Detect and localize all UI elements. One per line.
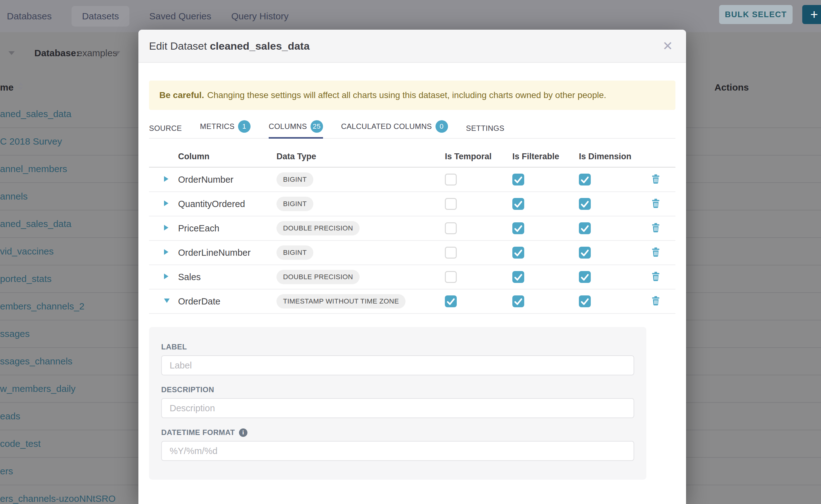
is-temporal-checkbox-unchecked[interactable] bbox=[445, 198, 457, 210]
label-field-label: LABEL bbox=[161, 343, 634, 351]
is-filterable-checkbox-checked[interactable] bbox=[512, 295, 524, 307]
nav-item-query-history[interactable]: Query History bbox=[231, 11, 288, 22]
dataset-link[interactable]: code_test bbox=[0, 438, 41, 449]
tab-source[interactable]: SOURCE bbox=[149, 124, 182, 138]
edit-dataset-modal: Edit Dataset cleaned_sales_data ✕ Be car… bbox=[138, 30, 686, 504]
dataset-link[interactable]: ported_stats bbox=[0, 274, 52, 284]
data-type-pill: BIGINT bbox=[276, 245, 313, 260]
add-dataset-button[interactable]: + bbox=[802, 5, 821, 24]
delete-column-trash-icon[interactable] bbox=[651, 174, 660, 184]
dataset-link[interactable]: ssages_channels bbox=[0, 356, 72, 367]
header-column: Column bbox=[178, 152, 276, 161]
name-column-header[interactable]: me bbox=[0, 79, 13, 96]
column-row: PriceEachDOUBLE PRECISION bbox=[149, 216, 675, 241]
close-icon[interactable]: ✕ bbox=[662, 40, 673, 52]
data-type-pill: BIGINT bbox=[276, 197, 313, 211]
columns-table-header: Column Data Type Is Temporal Is Filterab… bbox=[149, 146, 675, 168]
data-type-pill: DOUBLE PRECISION bbox=[276, 270, 359, 284]
delete-column-trash-icon[interactable] bbox=[651, 272, 660, 281]
data-type-pill: TIMESTAMP WITHOUT TIME ZONE bbox=[276, 294, 405, 309]
delete-column-trash-icon[interactable] bbox=[651, 199, 660, 208]
actions-column-header: Actions bbox=[715, 79, 749, 96]
header-is-filterable: Is Filterable bbox=[512, 152, 579, 161]
column-editor-panel: LABEL DESCRIPTION DATETIME FORMAT i bbox=[149, 327, 646, 480]
delete-column-trash-icon[interactable] bbox=[651, 223, 660, 233]
column-name: OrderLineNumber bbox=[178, 248, 276, 258]
dataset-link[interactable]: aned_sales_data bbox=[0, 219, 72, 229]
tab-metrics[interactable]: METRICS1 bbox=[200, 120, 250, 138]
nav-items: DatabasesDatasetsSaved QueriesQuery Hist… bbox=[0, 6, 309, 27]
is-dimension-checkbox-checked[interactable] bbox=[579, 174, 591, 185]
column-name: QuantityOrdered bbox=[178, 199, 276, 209]
bulk-select-button[interactable]: BULK SELECT bbox=[719, 5, 793, 24]
tab-count-badge: 25 bbox=[310, 120, 323, 133]
expand-caret-icon[interactable] bbox=[164, 249, 168, 255]
info-icon[interactable]: i bbox=[239, 428, 247, 437]
is-temporal-checkbox-unchecked[interactable] bbox=[445, 174, 457, 185]
is-filterable-checkbox-checked[interactable] bbox=[512, 271, 524, 283]
modal-header: Edit Dataset cleaned_sales_data ✕ bbox=[138, 30, 686, 63]
tab-columns[interactable]: COLUMNS25 bbox=[269, 120, 323, 139]
tab-label: COLUMNS bbox=[269, 122, 307, 131]
dataset-link[interactable]: C 2018 Survey bbox=[0, 136, 62, 147]
column-name: OrderNumber bbox=[178, 175, 276, 185]
chevron-down-icon[interactable] bbox=[114, 51, 120, 55]
delete-column-trash-icon[interactable] bbox=[651, 296, 660, 306]
nav-item-datasets[interactable]: Datasets bbox=[72, 6, 129, 27]
expand-caret-icon[interactable] bbox=[164, 274, 168, 279]
database-filter-label: Database: bbox=[34, 44, 79, 62]
is-filterable-checkbox-checked[interactable] bbox=[512, 198, 524, 210]
expand-caret-icon[interactable] bbox=[164, 200, 168, 206]
is-filterable-checkbox-checked[interactable] bbox=[512, 247, 524, 259]
dataset-link[interactable]: vid_vaccines bbox=[0, 246, 54, 257]
dataset-link[interactable]: ssages bbox=[0, 329, 30, 339]
tab-calculated-columns[interactable]: CALCULATED COLUMNS0 bbox=[341, 120, 448, 138]
tab-settings[interactable]: SETTINGS bbox=[466, 124, 505, 138]
is-dimension-checkbox-checked[interactable] bbox=[579, 271, 591, 283]
dataset-link[interactable]: annel_members bbox=[0, 164, 67, 174]
warning-bold: Be careful. bbox=[159, 90, 204, 100]
is-filterable-checkbox-checked[interactable] bbox=[512, 174, 524, 185]
dataset-link[interactable]: w_members_daily bbox=[0, 383, 76, 394]
column-name: Sales bbox=[178, 272, 276, 282]
is-temporal-checkbox-unchecked[interactable] bbox=[445, 222, 457, 234]
collapse-caret-icon[interactable] bbox=[164, 299, 170, 303]
warning-banner: Be careful. Changing these settings will… bbox=[149, 81, 675, 110]
dataset-link[interactable]: eads bbox=[0, 411, 20, 422]
is-temporal-checkbox-checked[interactable] bbox=[445, 295, 457, 307]
dataset-link[interactable]: aned_sales_data bbox=[0, 109, 72, 119]
modal-title: Edit Dataset cleaned_sales_data bbox=[149, 40, 309, 52]
nav-item-databases[interactable]: Databases bbox=[7, 11, 52, 22]
delete-column-trash-icon[interactable] bbox=[651, 247, 660, 257]
column-row: QuantityOrderedBIGINT bbox=[149, 192, 675, 216]
modal-tabs: SOURCEMETRICS1COLUMNS25CALCULATED COLUMN… bbox=[149, 118, 675, 139]
description-input[interactable] bbox=[161, 398, 634, 418]
label-field-label-text: LABEL bbox=[161, 343, 187, 351]
top-navbar: DatabasesDatasetsSaved QueriesQuery Hist… bbox=[0, 0, 821, 32]
is-temporal-checkbox-unchecked[interactable] bbox=[445, 271, 457, 283]
column-name: OrderDate bbox=[178, 296, 276, 307]
is-temporal-checkbox-unchecked[interactable] bbox=[445, 247, 457, 259]
is-dimension-checkbox-checked[interactable] bbox=[579, 247, 591, 259]
data-type-pill: BIGINT bbox=[276, 172, 313, 187]
label-input[interactable] bbox=[161, 355, 634, 375]
dataset-link[interactable]: ers_channels-uzooNNtSRO bbox=[0, 493, 116, 504]
is-dimension-checkbox-checked[interactable] bbox=[579, 222, 591, 234]
dataset-link[interactable]: embers_channels_2 bbox=[0, 301, 84, 312]
expand-caret-icon[interactable] bbox=[164, 225, 168, 230]
is-dimension-checkbox-checked[interactable] bbox=[579, 295, 591, 307]
dataset-link[interactable]: annels bbox=[0, 191, 27, 202]
sort-icon[interactable] bbox=[18, 82, 23, 90]
column-row: SalesDOUBLE PRECISION bbox=[149, 265, 675, 289]
column-row: OrderDateTIMESTAMP WITHOUT TIME ZONE bbox=[149, 289, 675, 314]
expand-caret-icon[interactable] bbox=[164, 176, 168, 182]
dataset-link[interactable]: ers bbox=[0, 466, 13, 477]
database-filter-value[interactable]: examples bbox=[77, 44, 117, 62]
nav-item-saved-queries[interactable]: Saved Queries bbox=[149, 11, 211, 22]
is-dimension-checkbox-checked[interactable] bbox=[579, 198, 591, 210]
column-row: OrderNumberBIGINT bbox=[149, 168, 675, 192]
columns-table-rows: OrderNumberBIGINTQuantityOrderedBIGINTPr… bbox=[149, 168, 675, 314]
is-filterable-checkbox-checked[interactable] bbox=[512, 222, 524, 234]
datetime-format-input[interactable] bbox=[161, 441, 634, 461]
chevron-down-icon[interactable] bbox=[8, 51, 15, 55]
